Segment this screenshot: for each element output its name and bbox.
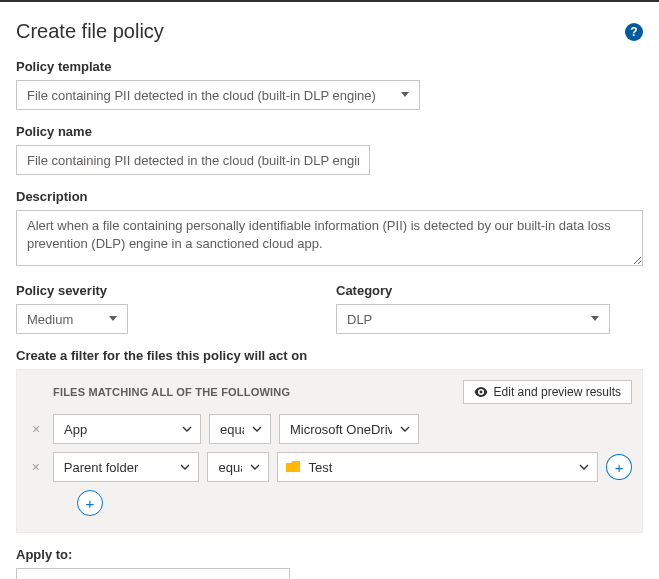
remove-filter-icon[interactable]: × [27,421,45,437]
filter-value-folder-select[interactable]: Test [277,452,598,482]
add-filter-row-button[interactable]: + [77,490,103,516]
apply-to-files-select[interactable]: all files [16,568,290,579]
eye-icon [474,387,488,397]
page-title: Create file policy [16,20,164,43]
filter-row: × App equals Microsoft OneDrive fo... [27,414,632,444]
filter-panel: FILES MATCHING ALL OF THE FOLLOWING Edit… [16,369,643,533]
filter-operator-select[interactable]: equals [209,414,271,444]
severity-label: Policy severity [16,283,316,298]
filter-value-select[interactable]: Microsoft OneDrive fo... [279,414,419,444]
edit-preview-button[interactable]: Edit and preview results [463,380,632,404]
policy-template-label: Policy template [16,59,643,74]
apply-to-label: Apply to: [16,547,643,562]
svg-point-0 [479,391,482,394]
filter-operator-select[interactable]: equals [207,452,269,482]
policy-name-input[interactable] [16,145,370,175]
add-filter-value-button[interactable]: + [606,454,632,480]
category-label: Category [336,283,643,298]
severity-select[interactable]: Medium [16,304,128,334]
filter-field-select[interactable]: App [53,414,201,444]
description-textarea[interactable]: Alert when a file containing personally … [16,210,643,266]
filter-caption: FILES MATCHING ALL OF THE FOLLOWING [27,386,290,398]
help-icon[interactable]: ? [625,23,643,41]
remove-filter-icon[interactable]: × [27,459,45,475]
category-select[interactable]: DLP [336,304,610,334]
filter-section-label: Create a filter for the files this polic… [16,348,643,363]
description-label: Description [16,189,643,204]
filter-field-select[interactable]: Parent folder [53,452,200,482]
edit-preview-label: Edit and preview results [494,385,621,399]
policy-name-label: Policy name [16,124,643,139]
filter-row: × Parent folder equals Test + [27,452,632,482]
policy-template-select[interactable]: File containing PII detected in the clou… [16,80,420,110]
